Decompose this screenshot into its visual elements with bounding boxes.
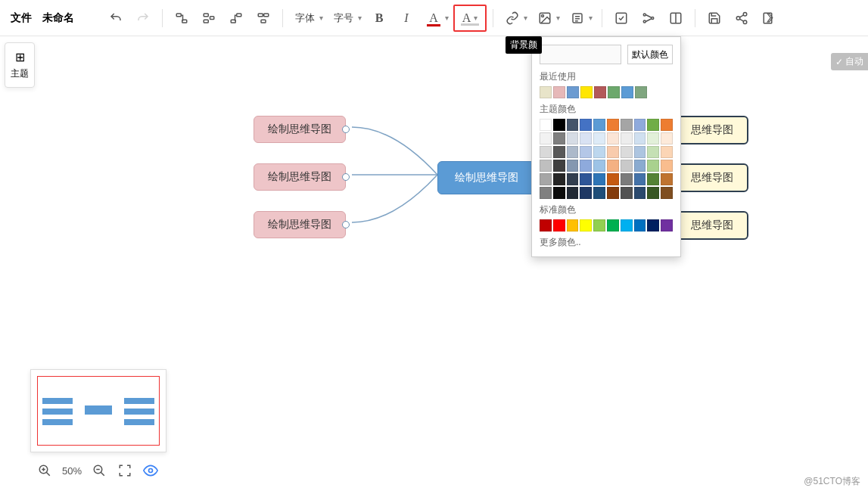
color-swatch[interactable] [580,219,592,231]
color-swatch[interactable] [621,173,633,185]
redo-button[interactable] [130,5,156,31]
color-swatch[interactable] [540,160,552,172]
color-swatch[interactable] [661,187,673,199]
default-color-button[interactable]: 默认颜色 [627,45,673,64]
color-swatch[interactable] [661,160,673,172]
color-swatch[interactable] [567,173,579,185]
font-family-select[interactable]: 字体 [289,11,321,25]
insert-child-button[interactable] [169,5,194,31]
color-swatch[interactable] [593,187,605,199]
left-node-1[interactable]: 绘制思维导图 [254,116,346,143]
color-swatch[interactable] [635,86,647,98]
color-swatch[interactable] [553,187,565,199]
color-swatch[interactable] [553,119,565,131]
task-button[interactable] [608,5,634,31]
color-swatch[interactable] [621,219,633,231]
share-button[interactable] [729,5,754,31]
color-swatch[interactable] [567,86,579,98]
color-swatch[interactable] [593,173,605,185]
save-button[interactable] [702,5,727,31]
color-swatch[interactable] [647,132,659,144]
color-swatch[interactable] [634,173,646,185]
color-swatch[interactable] [647,119,659,131]
color-swatch[interactable] [593,146,605,158]
color-swatch[interactable] [594,86,606,98]
color-swatch[interactable] [661,132,673,144]
color-swatch[interactable] [580,119,592,131]
background-color-button[interactable]: A▾ [453,5,487,32]
color-swatch[interactable] [661,146,673,158]
color-swatch[interactable] [580,173,592,185]
insert-floating-button[interactable] [250,5,276,31]
color-swatch[interactable] [567,119,579,131]
right-node-2[interactable]: 思维导图 [676,163,748,192]
color-swatch[interactable] [634,160,646,172]
undo-button[interactable] [103,5,129,31]
color-preview-input[interactable] [540,45,621,64]
color-swatch[interactable] [567,146,579,158]
color-swatch[interactable] [607,219,619,231]
font-color-button[interactable]: A [421,5,446,31]
zoom-out-button[interactable] [91,462,107,479]
color-swatch[interactable] [540,173,552,185]
color-swatch[interactable] [621,132,633,144]
color-swatch[interactable] [553,219,565,231]
more-colors-button[interactable]: 更多颜色.. [540,236,673,249]
color-swatch[interactable] [647,146,659,158]
color-swatch[interactable] [540,219,552,231]
color-swatch[interactable] [567,219,579,231]
color-swatch[interactable] [621,119,633,131]
chevron-down-icon[interactable]: ▾ [524,14,527,22]
boundary-button[interactable] [663,5,689,31]
color-swatch[interactable] [647,173,659,185]
color-swatch[interactable] [607,132,619,144]
file-menu[interactable]: 文件 [6,11,36,25]
color-swatch[interactable] [540,119,552,131]
color-swatch[interactable] [607,160,619,172]
color-swatch[interactable] [553,173,565,185]
color-swatch[interactable] [607,187,619,199]
color-swatch[interactable] [634,146,646,158]
color-swatch[interactable] [647,160,659,172]
color-swatch[interactable] [580,160,592,172]
color-swatch[interactable] [661,219,673,231]
color-swatch[interactable] [567,160,579,172]
color-swatch[interactable] [661,119,673,131]
italic-button[interactable]: I [394,5,419,31]
color-swatch[interactable] [593,119,605,131]
zoom-in-button[interactable] [36,462,53,479]
preview-button[interactable] [142,462,159,479]
color-swatch[interactable] [621,187,633,199]
color-swatch[interactable] [567,187,579,199]
color-swatch[interactable] [567,132,579,144]
color-swatch[interactable] [634,132,646,144]
export-button[interactable] [756,5,782,31]
color-swatch[interactable] [593,160,605,172]
color-swatch[interactable] [621,160,633,172]
color-swatch[interactable] [593,132,605,144]
right-node-3[interactable]: 思维导图 [676,211,748,240]
color-swatch[interactable] [621,86,633,98]
relationship-button[interactable] [636,5,661,31]
color-swatch[interactable] [540,187,552,199]
center-node[interactable]: 绘制思维导图 [437,161,536,194]
color-swatch[interactable] [621,146,633,158]
color-swatch[interactable] [580,187,592,199]
color-swatch[interactable] [540,146,552,158]
color-swatch[interactable] [553,132,565,144]
color-swatch[interactable] [580,132,592,144]
color-swatch[interactable] [553,146,565,158]
color-swatch[interactable] [580,146,592,158]
chevron-down-icon[interactable]: ▾ [589,14,593,22]
color-swatch[interactable] [661,173,673,185]
left-node-2[interactable]: 绘制思维导图 [254,163,346,191]
document-name[interactable]: 未命名 [38,11,79,25]
color-swatch[interactable] [607,119,619,131]
font-size-select[interactable]: 字号 [328,11,359,25]
color-swatch[interactable] [553,160,565,172]
left-node-3[interactable]: 绘制思维导图 [254,211,346,238]
color-swatch[interactable] [580,86,593,98]
color-swatch[interactable] [634,119,646,131]
color-swatch[interactable] [634,219,646,231]
chevron-down-icon[interactable]: ▾ [556,14,560,22]
